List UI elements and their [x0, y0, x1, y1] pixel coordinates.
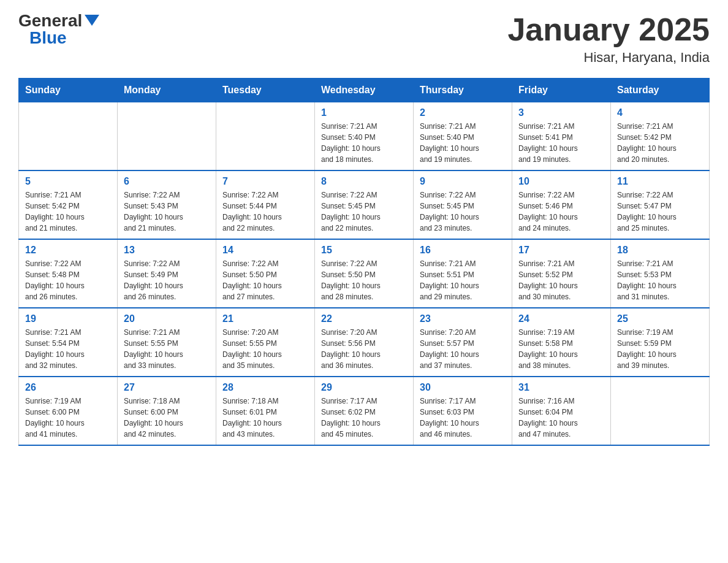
table-row [118, 102, 216, 171]
day-info: Sunrise: 7:22 AM Sunset: 5:48 PM Dayligh… [25, 258, 111, 302]
day-info: Sunrise: 7:22 AM Sunset: 5:50 PM Dayligh… [222, 258, 308, 302]
table-row: 24Sunrise: 7:19 AM Sunset: 5:58 PM Dayli… [512, 308, 611, 377]
table-row: 2Sunrise: 7:21 AM Sunset: 5:40 PM Daylig… [414, 102, 512, 171]
day-info: Sunrise: 7:22 AM Sunset: 5:44 PM Dayligh… [222, 190, 308, 234]
day-info: Sunrise: 7:19 AM Sunset: 5:59 PM Dayligh… [617, 327, 703, 371]
day-info: Sunrise: 7:22 AM Sunset: 5:50 PM Dayligh… [321, 258, 407, 302]
day-number: 30 [420, 382, 506, 393]
day-number: 4 [617, 107, 703, 118]
table-row: 21Sunrise: 7:20 AM Sunset: 5:55 PM Dayli… [216, 308, 315, 377]
table-row: 19Sunrise: 7:21 AM Sunset: 5:54 PM Dayli… [19, 308, 118, 377]
table-row: 25Sunrise: 7:19 AM Sunset: 5:59 PM Dayli… [611, 308, 710, 377]
day-number: 25 [617, 313, 703, 324]
day-number: 22 [321, 313, 407, 324]
day-number: 29 [321, 382, 407, 393]
logo-triangle-icon [85, 15, 99, 26]
day-number: 18 [617, 245, 703, 256]
day-info: Sunrise: 7:21 AM Sunset: 5:40 PM Dayligh… [321, 121, 407, 165]
day-info: Sunrise: 7:21 AM Sunset: 5:40 PM Dayligh… [420, 121, 506, 165]
day-number: 20 [124, 313, 210, 324]
header-monday: Monday [118, 79, 216, 102]
table-row: 22Sunrise: 7:20 AM Sunset: 5:56 PM Dayli… [315, 308, 414, 377]
day-info: Sunrise: 7:20 AM Sunset: 5:56 PM Dayligh… [321, 327, 407, 371]
table-row: 13Sunrise: 7:22 AM Sunset: 5:49 PM Dayli… [118, 239, 216, 308]
day-info: Sunrise: 7:21 AM Sunset: 5:42 PM Dayligh… [617, 121, 703, 165]
day-info: Sunrise: 7:18 AM Sunset: 6:01 PM Dayligh… [222, 396, 308, 440]
day-info: Sunrise: 7:21 AM Sunset: 5:41 PM Dayligh… [518, 121, 604, 165]
table-row: 29Sunrise: 7:17 AM Sunset: 6:02 PM Dayli… [315, 377, 414, 445]
day-number: 15 [321, 245, 407, 256]
day-number: 31 [518, 382, 604, 393]
day-number: 19 [25, 313, 111, 324]
header-thursday: Thursday [414, 79, 512, 102]
day-info: Sunrise: 7:22 AM Sunset: 5:49 PM Dayligh… [124, 258, 210, 302]
table-row: 12Sunrise: 7:22 AM Sunset: 5:48 PM Dayli… [19, 239, 118, 308]
table-row: 23Sunrise: 7:20 AM Sunset: 5:57 PM Dayli… [414, 308, 512, 377]
table-row: 31Sunrise: 7:16 AM Sunset: 6:04 PM Dayli… [512, 377, 611, 445]
table-row: 14Sunrise: 7:22 AM Sunset: 5:50 PM Dayli… [216, 239, 315, 308]
title-section: January 2025 Hisar, Haryana, India [507, 12, 710, 66]
day-number: 28 [222, 382, 308, 393]
day-number: 23 [420, 313, 506, 324]
day-number: 6 [124, 176, 210, 187]
calendar-week-row: 12Sunrise: 7:22 AM Sunset: 5:48 PM Dayli… [19, 239, 710, 308]
table-row: 3Sunrise: 7:21 AM Sunset: 5:41 PM Daylig… [512, 102, 611, 171]
table-row: 17Sunrise: 7:21 AM Sunset: 5:52 PM Dayli… [512, 239, 611, 308]
day-number: 11 [617, 176, 703, 187]
table-row: 18Sunrise: 7:21 AM Sunset: 5:53 PM Dayli… [611, 239, 710, 308]
table-row: 16Sunrise: 7:21 AM Sunset: 5:51 PM Dayli… [414, 239, 512, 308]
day-number: 21 [222, 313, 308, 324]
table-row: 28Sunrise: 7:18 AM Sunset: 6:01 PM Dayli… [216, 377, 315, 445]
day-number: 10 [518, 176, 604, 187]
table-row: 26Sunrise: 7:19 AM Sunset: 6:00 PM Dayli… [19, 377, 118, 445]
day-number: 8 [321, 176, 407, 187]
calendar-subtitle: Hisar, Haryana, India [507, 50, 710, 66]
day-number: 13 [124, 245, 210, 256]
day-info: Sunrise: 7:16 AM Sunset: 6:04 PM Dayligh… [518, 396, 604, 440]
day-info: Sunrise: 7:21 AM Sunset: 5:53 PM Dayligh… [617, 258, 703, 302]
header-friday: Friday [512, 79, 611, 102]
calendar-week-row: 19Sunrise: 7:21 AM Sunset: 5:54 PM Dayli… [19, 308, 710, 377]
calendar-header-row: Sunday Monday Tuesday Wednesday Thursday… [19, 79, 710, 102]
day-info: Sunrise: 7:21 AM Sunset: 5:55 PM Dayligh… [124, 327, 210, 371]
day-info: Sunrise: 7:21 AM Sunset: 5:42 PM Dayligh… [25, 190, 111, 234]
header-sunday: Sunday [19, 79, 118, 102]
day-info: Sunrise: 7:17 AM Sunset: 6:02 PM Dayligh… [321, 396, 407, 440]
day-info: Sunrise: 7:22 AM Sunset: 5:47 PM Dayligh… [617, 190, 703, 234]
table-row: 7Sunrise: 7:22 AM Sunset: 5:44 PM Daylig… [216, 170, 315, 239]
day-number: 12 [25, 245, 111, 256]
day-info: Sunrise: 7:19 AM Sunset: 5:58 PM Dayligh… [518, 327, 604, 371]
day-number: 7 [222, 176, 308, 187]
logo-general-text: General [18, 12, 82, 29]
day-number: 27 [124, 382, 210, 393]
day-number: 2 [420, 107, 506, 118]
day-info: Sunrise: 7:19 AM Sunset: 6:00 PM Dayligh… [25, 396, 111, 440]
day-number: 5 [25, 176, 111, 187]
day-info: Sunrise: 7:21 AM Sunset: 5:54 PM Dayligh… [25, 327, 111, 371]
page-header: General Blue January 2025 Hisar, Haryana… [18, 12, 710, 66]
day-number: 26 [25, 382, 111, 393]
table-row [216, 102, 315, 171]
calendar-title: January 2025 [507, 12, 710, 47]
table-row: 1Sunrise: 7:21 AM Sunset: 5:40 PM Daylig… [315, 102, 414, 171]
table-row: 30Sunrise: 7:17 AM Sunset: 6:03 PM Dayli… [414, 377, 512, 445]
calendar-week-row: 5Sunrise: 7:21 AM Sunset: 5:42 PM Daylig… [19, 170, 710, 239]
table-row: 20Sunrise: 7:21 AM Sunset: 5:55 PM Dayli… [118, 308, 216, 377]
day-number: 9 [420, 176, 506, 187]
day-info: Sunrise: 7:20 AM Sunset: 5:55 PM Dayligh… [222, 327, 308, 371]
table-row [19, 102, 118, 171]
table-row: 15Sunrise: 7:22 AM Sunset: 5:50 PM Dayli… [315, 239, 414, 308]
logo: General Blue [18, 12, 99, 47]
header-saturday: Saturday [611, 79, 710, 102]
day-info: Sunrise: 7:21 AM Sunset: 5:52 PM Dayligh… [518, 258, 604, 302]
day-number: 24 [518, 313, 604, 324]
day-number: 17 [518, 245, 604, 256]
header-tuesday: Tuesday [216, 79, 315, 102]
table-row: 27Sunrise: 7:18 AM Sunset: 6:00 PM Dayli… [118, 377, 216, 445]
table-row: 4Sunrise: 7:21 AM Sunset: 5:42 PM Daylig… [611, 102, 710, 171]
day-info: Sunrise: 7:17 AM Sunset: 6:03 PM Dayligh… [420, 396, 506, 440]
table-row: 6Sunrise: 7:22 AM Sunset: 5:43 PM Daylig… [118, 170, 216, 239]
day-info: Sunrise: 7:22 AM Sunset: 5:43 PM Dayligh… [124, 190, 210, 234]
table-row: 8Sunrise: 7:22 AM Sunset: 5:45 PM Daylig… [315, 170, 414, 239]
table-row: 9Sunrise: 7:22 AM Sunset: 5:45 PM Daylig… [414, 170, 512, 239]
